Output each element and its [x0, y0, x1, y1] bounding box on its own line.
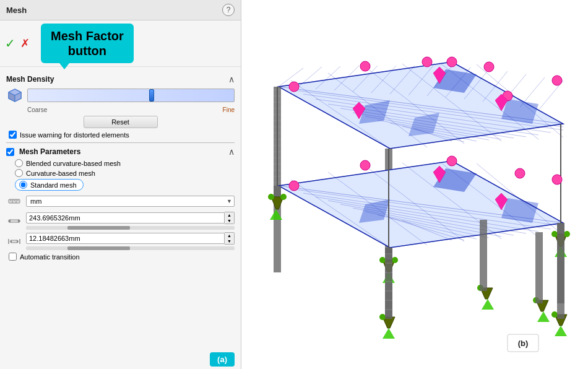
curvature-radio-row: Curvature-based mesh — [15, 169, 235, 177]
svg-point-114 — [447, 156, 457, 166]
min-element-input-row: ▲ ▼ — [26, 232, 235, 245]
left-panel: Mesh ? ✓ ✗ Mesh Factor button Mesh Densi… — [0, 0, 241, 369]
max-element-input-wrap: ▲ ▼ — [26, 212, 235, 230]
svg-point-116 — [552, 175, 562, 184]
help-button[interactable]: ? — [222, 4, 235, 16]
auto-transition-label: Automatic transition — [20, 253, 80, 261]
ruler-icon — [7, 194, 21, 208]
confirm-button[interactable]: ✓ — [5, 36, 15, 51]
svg-point-105 — [289, 82, 299, 92]
blended-radio-row: Blended curvature-based mesh — [15, 159, 235, 167]
warning-checkbox[interactable] — [9, 131, 17, 139]
cube-3d-icon — [7, 87, 23, 103]
density-icon — [6, 87, 24, 104]
slider-labels: Coarse Fine — [27, 106, 235, 113]
tooltip-line1: Mesh Factor — [51, 28, 124, 43]
svg-text:(b): (b) — [518, 339, 529, 348]
min-element-input-wrap: ▲ ▼ — [26, 232, 235, 250]
params-section-header: Mesh Parameters ∧ — [6, 147, 235, 157]
svg-point-124 — [280, 194, 287, 200]
action-bar: ✓ ✗ Mesh Factor button — [0, 20, 241, 67]
right-panel: (b) — [241, 0, 588, 369]
warning-label: Issue warning for distorted elements — [20, 131, 129, 139]
svg-point-107 — [422, 57, 432, 67]
unit-icon — [6, 193, 22, 209]
svg-point-112 — [289, 181, 299, 191]
min-size-icon — [7, 235, 21, 248]
cancel-button[interactable]: ✗ — [20, 37, 30, 50]
min-element-input[interactable] — [26, 233, 225, 244]
svg-point-109 — [447, 57, 457, 67]
blended-label: Blended curvature-based mesh — [26, 160, 121, 167]
svg-point-115 — [515, 168, 525, 178]
svg-point-130 — [564, 231, 570, 237]
warning-checkbox-row: Issue warning for distorted elements — [9, 131, 235, 139]
unit-select[interactable]: mm cm m in ft — [26, 196, 235, 207]
density-slider-row — [6, 87, 235, 104]
section-divider — [6, 142, 235, 143]
svg-point-106 — [360, 61, 370, 71]
standard-radio[interactable] — [19, 181, 27, 189]
min-element-scrollbar[interactable] — [26, 246, 235, 250]
coarse-label: Coarse — [27, 106, 47, 113]
panel-body: Mesh Density ∧ — [0, 67, 241, 350]
min-element-scroll-thumb — [67, 246, 130, 250]
standard-label: Standard mesh — [30, 181, 77, 189]
max-element-icon — [6, 213, 22, 229]
label-a-button[interactable]: (a) — [210, 352, 235, 367]
curvature-radio[interactable] — [15, 169, 23, 177]
mesh-3d-svg: (b) — [241, 0, 588, 369]
max-element-row: ▲ ▼ — [6, 212, 235, 230]
tooltip-line2: button — [51, 43, 124, 58]
mesh-params-section: Mesh Parameters ∧ Blended curvature-base… — [6, 147, 235, 261]
svg-rect-149 — [557, 223, 564, 319]
max-element-input-row: ▲ ▼ — [26, 212, 235, 224]
max-element-scroll-thumb — [67, 226, 130, 230]
max-element-up[interactable]: ▲ — [225, 212, 234, 218]
auto-transition-checkbox[interactable] — [9, 253, 17, 261]
mesh-density-section: Mesh Density ∧ — [6, 74, 235, 139]
blended-radio[interactable] — [15, 159, 23, 167]
panel-header: Mesh ? — [0, 0, 241, 20]
params-collapse-button[interactable]: ∧ — [228, 147, 235, 157]
density-slider-track[interactable] — [27, 89, 235, 102]
svg-point-108 — [484, 62, 494, 72]
density-section-title: Mesh Density — [6, 75, 54, 84]
min-element-row: ▲ ▼ — [6, 232, 235, 250]
unit-select-wrap[interactable]: mm cm m in ft ▼ — [26, 196, 235, 207]
mesh-3d-view: (b) — [241, 0, 588, 369]
svg-point-138 — [551, 311, 558, 318]
fine-label: Fine — [223, 106, 235, 113]
params-enabled-checkbox[interactable] — [6, 148, 14, 156]
svg-rect-147 — [480, 220, 487, 291]
curvature-label: Curvature-based mesh — [26, 170, 95, 177]
min-element-up[interactable]: ▲ — [225, 233, 234, 238]
max-element-down[interactable]: ▼ — [225, 218, 234, 224]
svg-point-126 — [379, 257, 386, 263]
svg-point-123 — [268, 194, 274, 200]
reset-button[interactable]: Reset — [84, 116, 158, 128]
params-section-title: Mesh Parameters — [6, 147, 80, 156]
max-element-spinner[interactable]: ▲ ▼ — [225, 212, 235, 224]
density-slider-container[interactable] — [27, 89, 235, 102]
svg-rect-146 — [385, 248, 392, 319]
min-element-icon — [6, 233, 22, 250]
panel-title: Mesh — [6, 6, 27, 15]
max-element-scrollbar[interactable] — [26, 226, 235, 230]
density-section-header: Mesh Density ∧ — [6, 74, 235, 84]
svg-point-132 — [379, 314, 386, 320]
mesh-factor-tooltip: Mesh Factor button — [41, 24, 134, 63]
min-element-spinner[interactable]: ▲ ▼ — [225, 232, 235, 245]
min-element-down[interactable]: ▼ — [225, 238, 234, 244]
bottom-label-area: (a) — [0, 350, 241, 369]
svg-point-127 — [392, 257, 398, 263]
auto-transition-row: Automatic transition — [9, 253, 235, 261]
density-collapse-button[interactable]: ∧ — [228, 74, 235, 84]
standard-radio-row: Standard mesh — [15, 179, 84, 191]
svg-rect-148 — [535, 232, 543, 303]
density-slider-thumb[interactable] — [149, 89, 154, 102]
max-size-icon — [7, 214, 21, 228]
max-element-input[interactable] — [26, 212, 225, 224]
unit-row: mm cm m in ft ▼ — [6, 193, 235, 209]
svg-point-129 — [551, 231, 558, 237]
